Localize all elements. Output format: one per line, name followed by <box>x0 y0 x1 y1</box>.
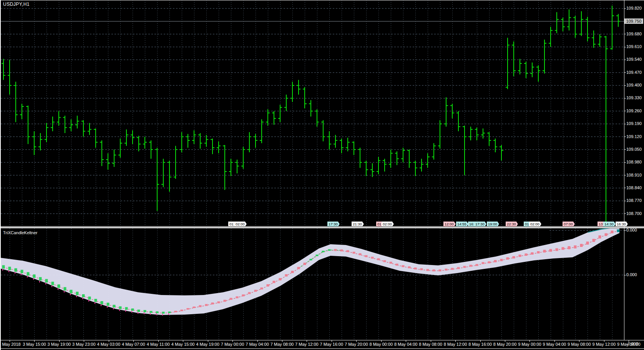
price-axis-line <box>624 0 624 340</box>
date-label: 8 May 20:00 <box>493 342 517 347</box>
indicator-axis-tick <box>624 230 626 231</box>
ohlc-bar <box>217 141 221 153</box>
indicator-candle <box>445 269 448 271</box>
price-axis-tick <box>624 201 626 201</box>
date-label: 4 May 03:00 <box>97 342 121 347</box>
price-axis-label: 109.330 <box>626 95 642 100</box>
ohlc-bar <box>604 36 608 226</box>
date-label: 7 May 08:00 <box>271 342 294 347</box>
price-axis-tick <box>624 60 626 60</box>
indicator-candle <box>599 235 601 238</box>
price-axis-label: 109.680 <box>626 32 642 36</box>
date-label: 3 May 19:00 <box>48 342 71 347</box>
date-label: 8 May 16:00 <box>468 342 492 347</box>
indicator-candle <box>427 269 429 271</box>
ohlc-bar <box>260 119 264 143</box>
indicator-candle <box>168 312 171 313</box>
ohlc-bars <box>2 6 620 226</box>
ohlc-bar <box>413 160 417 176</box>
ohlc-bar <box>211 138 214 154</box>
ohlc-bar <box>389 150 393 168</box>
indicator-candle <box>297 267 300 269</box>
window-border-left <box>0 0 1 350</box>
price-axis-tick <box>624 175 626 175</box>
indicator-candle <box>549 249 552 252</box>
price-axis-tick <box>624 47 626 47</box>
date-label: 4 May 15:00 <box>171 342 195 347</box>
date-label: 3 May 15:00 <box>23 342 46 347</box>
main-price-chart[interactable] <box>0 0 644 226</box>
indicator-candle <box>519 255 521 257</box>
ohlc-bar <box>186 134 190 148</box>
indicator-candle <box>261 288 263 290</box>
price-axis-label: 108.840 <box>626 185 642 190</box>
indicator-candle <box>273 281 276 283</box>
ohlc-bar <box>327 131 331 150</box>
indicator-candle <box>95 299 97 302</box>
indicator-candle <box>531 252 534 255</box>
ohlc-bar <box>598 34 602 47</box>
price-axis-tick <box>624 111 626 111</box>
ohlc-bar <box>2 59 5 80</box>
indicator-candle <box>199 305 202 307</box>
indicator-candle <box>113 305 116 308</box>
ohlc-bar <box>124 129 128 146</box>
price-axis-tick <box>624 98 626 98</box>
indicator-candle <box>365 255 368 257</box>
indicator-candle <box>27 272 30 276</box>
indicator-panel[interactable] <box>0 228 644 340</box>
indicator-candle <box>15 268 17 272</box>
indicator-candle <box>494 260 497 262</box>
indicator-candle <box>285 274 288 277</box>
indicator-candle <box>513 256 515 258</box>
ohlc-bar <box>45 123 48 142</box>
date-label: 4 May 19:00 <box>196 342 219 347</box>
indicator-candle <box>174 311 177 312</box>
ohlc-bar <box>241 147 245 169</box>
price-axis-label: 109.820 <box>626 6 642 10</box>
ohlc-bar <box>235 160 239 173</box>
ohlc-bar <box>438 120 442 149</box>
indicator-candle <box>51 282 54 285</box>
ohlc-bar <box>143 137 147 149</box>
indicator-candle <box>580 244 583 247</box>
ohlc-bar <box>131 130 134 144</box>
ohlc-bar <box>555 12 559 33</box>
ohlc-bar <box>549 27 553 47</box>
ohlc-bar <box>481 128 485 138</box>
ohlc-bar <box>81 120 85 137</box>
price-axis-label: 109.610 <box>626 44 642 49</box>
current-price-badge: 109.750 <box>624 18 643 24</box>
indicator-axis-tick <box>624 275 626 275</box>
indicator-candle <box>156 312 159 313</box>
ohlc-bar <box>309 100 313 117</box>
indicator-candle <box>291 271 294 273</box>
price-axis-tick <box>624 162 626 163</box>
ohlc-bar <box>106 153 110 170</box>
price-axis-label: 108.700 <box>626 211 642 216</box>
ohlc-bar <box>518 59 522 74</box>
indicator-candle <box>162 312 165 314</box>
ohlc-bar <box>592 30 596 48</box>
date-label: 9 May 12:00 <box>593 342 616 347</box>
ohlc-bar <box>32 131 36 155</box>
indicator-candle <box>125 307 128 310</box>
symbol-timeframe-label: USDJPY,H1 <box>3 2 30 7</box>
ohlc-bar <box>8 60 12 95</box>
ohlc-bar <box>456 111 460 131</box>
ohlc-bar <box>284 95 288 111</box>
indicator-candle <box>64 287 66 291</box>
price-axis-label: 108.910 <box>626 173 642 177</box>
indicator-candle <box>353 252 355 254</box>
window-border-top <box>0 0 644 0</box>
date-label: 9 May 08:00 <box>568 342 591 347</box>
ohlc-bar <box>63 116 67 133</box>
ohlc-bar <box>137 136 141 151</box>
indicator-candle <box>617 230 620 232</box>
date-label: 9 May 00:00 <box>518 342 541 347</box>
keltner-band <box>0 228 619 315</box>
indicator-candle <box>433 270 435 272</box>
price-axis-tick <box>624 213 626 214</box>
indicator-candle <box>2 265 5 269</box>
indicator-bottom-zero-label: -0.000 <box>626 342 638 346</box>
